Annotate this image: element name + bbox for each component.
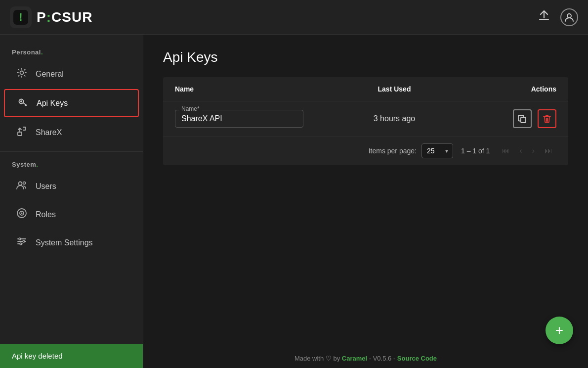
user-profile-button[interactable]: [560, 8, 578, 26]
per-page-wrapper: 10 25 50 100: [421, 143, 453, 158]
pagination-buttons: ⏮ ‹ › ⏭: [498, 144, 556, 157]
sidebar-divider: [0, 151, 143, 152]
sidebar-item-users-label: Users: [36, 182, 56, 191]
page-footer: Made with ♡ by Caramel - V0.5.6 - Source…: [143, 349, 588, 368]
sharex-icon: [16, 126, 28, 139]
page-title: Api Keys: [163, 49, 568, 65]
last-used-cell: 3 hours ago: [321, 114, 467, 123]
page-info: 1 – 1 of 1: [461, 147, 490, 155]
upload-button[interactable]: [538, 9, 550, 25]
sidebar-item-system-settings[interactable]: System Settings: [4, 230, 139, 256]
api-name-field: Name* ShareX API: [175, 110, 303, 128]
add-api-key-button[interactable]: +: [546, 317, 573, 344]
table-row: Name* ShareX API 3 hours ago: [163, 101, 568, 137]
roles-icon: [16, 208, 28, 221]
sidebar-item-sharex[interactable]: ShareX: [4, 119, 139, 145]
sidebar-personal-label: Personal.: [0, 45, 143, 60]
svg-point-17: [20, 243, 22, 245]
sidebar-item-roles[interactable]: Roles: [4, 201, 139, 228]
users-icon: [16, 180, 28, 193]
sidebar-item-api-keys-label: Api Keys: [37, 99, 68, 108]
svg-text:!: !: [19, 11, 22, 23]
last-page-button[interactable]: ⏭: [541, 144, 556, 157]
gear-icon: [16, 67, 28, 81]
footer-made-with: Made with: [294, 355, 324, 362]
system-settings-icon: [16, 236, 28, 249]
sidebar-item-general[interactable]: General: [4, 61, 139, 87]
sidebar: Personal. General Api Keys: [0, 35, 143, 368]
svg-point-15: [19, 238, 21, 240]
main-content: Api Keys Name Last Used Actions Name* Sh…: [143, 35, 588, 368]
items-per-page-label: Items per page:: [369, 147, 417, 155]
sidebar-item-general-label: General: [36, 70, 64, 79]
col-name: Name: [175, 85, 321, 93]
svg-point-3: [20, 71, 24, 75]
next-page-button[interactable]: ›: [528, 144, 539, 157]
layout: Personal. General Api Keys: [0, 35, 588, 368]
sidebar-item-roles-label: Roles: [36, 210, 56, 219]
svg-point-7: [19, 182, 22, 185]
svg-point-8: [23, 182, 26, 184]
app-name: P:CSUR: [37, 9, 92, 25]
first-page-button[interactable]: ⏮: [498, 144, 513, 157]
sidebar-system-label: System.: [0, 157, 143, 172]
prev-page-button[interactable]: ‹: [515, 144, 526, 157]
logo-dot: :: [46, 9, 51, 25]
sidebar-item-api-keys[interactable]: Api Keys: [4, 89, 139, 117]
svg-rect-6: [18, 132, 22, 136]
footer-version: - V0.5.6 -: [369, 355, 395, 362]
delete-button[interactable]: [538, 109, 556, 128]
svg-point-2: [567, 14, 571, 18]
svg-point-5: [20, 100, 22, 102]
footer-by: by: [333, 355, 340, 362]
sidebar-item-users[interactable]: Users: [4, 173, 139, 199]
items-per-page: Items per page: 10 25 50 100: [369, 143, 453, 158]
header-actions: [538, 8, 578, 26]
sidebar-item-system-settings-label: System Settings: [36, 238, 93, 247]
api-keys-table: Name Last Used Actions Name* ShareX API …: [163, 77, 568, 165]
per-page-select[interactable]: 10 25 50 100: [421, 143, 453, 158]
footer-heart: ♡: [326, 355, 332, 362]
api-name-cell: Name* ShareX API: [175, 110, 321, 128]
copy-button[interactable]: [513, 109, 532, 128]
key-icon: [17, 96, 29, 110]
col-actions: Actions: [467, 85, 556, 93]
header: ! P:CSUR: [0, 0, 588, 35]
pagination-row: Items per page: 10 25 50 100 1 – 1 of 1 …: [163, 137, 568, 165]
footer-author-link[interactable]: Caramel: [342, 355, 367, 362]
logo: ! P:CSUR: [10, 6, 92, 28]
svg-point-16: [23, 240, 25, 242]
svg-point-11: [21, 213, 23, 214]
api-name-label: Name*: [179, 105, 202, 112]
row-actions: [467, 109, 556, 128]
sidebar-item-sharex-label: ShareX: [36, 128, 62, 137]
api-name-value: ShareX API: [181, 114, 222, 123]
col-last-used: Last Used: [321, 85, 467, 93]
logo-icon: !: [10, 6, 32, 28]
footer-source-code-link[interactable]: Source Code: [397, 355, 437, 362]
svg-rect-18: [521, 117, 526, 123]
table-header: Name Last Used Actions: [163, 77, 568, 101]
sidebar-notification: Api key deleted: [0, 344, 143, 368]
